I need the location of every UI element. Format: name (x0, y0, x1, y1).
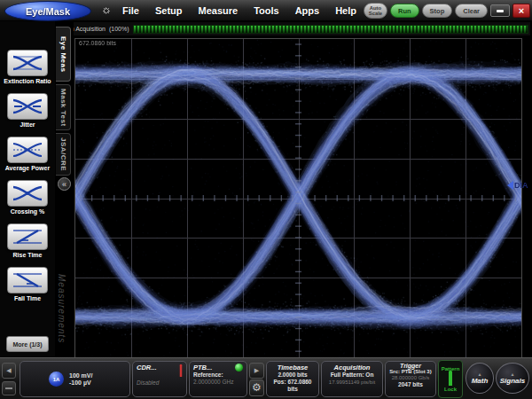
acquisition-title: Acquisition (325, 364, 379, 372)
trigger-panel[interactable]: Trigger Src: PTB (Slot 3) 28.000000 Gb/s… (385, 361, 436, 397)
rise-time-button[interactable] (7, 223, 48, 250)
stop-button[interactable]: Stop (422, 4, 453, 18)
auto-scale-line2: Scale (369, 11, 382, 16)
signals-button[interactable]: ▲ Signals (496, 363, 529, 394)
titlebar: Eye/Mask ☼ File Setup Measure Tools Apps… (0, 0, 532, 21)
acquisition-full-pattern: Full Pattern: On (325, 372, 379, 379)
menu-help[interactable]: Help (335, 5, 356, 16)
channel-offset: -100 µV (69, 379, 92, 387)
measurement-label: Extinction Ratio (3, 78, 52, 85)
minimize-icon (497, 10, 504, 12)
run-button[interactable]: Run (390, 4, 419, 18)
measurement-label: Fall Time (3, 295, 52, 302)
trigger-title: Trigger (389, 363, 432, 369)
dca-application-window: Eye/Mask ☼ File Setup Measure Tools Apps… (0, 0, 532, 399)
trigger-pattern-length: 2047 bits (389, 381, 432, 388)
fall-time-button[interactable] (7, 267, 48, 293)
marker-triangle-icon (507, 181, 513, 190)
eye-mask-logo[interactable]: Eye/Mask (4, 1, 91, 21)
pattern-acquisition-percent: (100%) (109, 26, 129, 32)
crossing-eye-icon (11, 184, 44, 203)
settings-button[interactable]: ⚙ (249, 379, 264, 396)
ptb-status-led (235, 364, 243, 372)
math-label: Math (472, 377, 489, 385)
jitter-button[interactable] (7, 93, 48, 120)
cdr-title: CDR... (137, 364, 157, 372)
cdr-panel[interactable]: CDR... Disabled (132, 361, 187, 397)
rise-time-icon (11, 227, 44, 246)
measurements-watermark: Measurements (57, 274, 66, 343)
timebase-panel[interactable]: Timebase 2.0000 bits Pos: 672.0860 bits (266, 361, 319, 397)
menu-bar: File Setup Measure Tools Apps Help (122, 0, 356, 21)
waveform-display: 672.0860 bits (74, 38, 522, 358)
trigger-source: Src: PTB (Slot 3) (389, 369, 432, 375)
pattern-lock-line2: Lock (444, 387, 457, 392)
average-power-button[interactable] (7, 137, 48, 163)
minimize-button[interactable] (490, 4, 510, 17)
signals-label: Signals (500, 377, 525, 385)
titlebar-buttons: Auto Scale Run Stop Clear × (364, 0, 530, 21)
auto-scale-button[interactable]: Auto Scale (364, 3, 387, 19)
menu-file[interactable]: File (122, 5, 139, 16)
close-button[interactable]: × (512, 4, 530, 18)
ptb-title: PTB... (193, 364, 212, 372)
menu-setup[interactable]: Setup (155, 5, 183, 16)
gear-icon: ⚙ (252, 381, 262, 394)
tab-mask-test[interactable]: Mask Test (56, 84, 71, 130)
pattern-acquisition-row: Pattern Acquisition (100%) (41, 22, 530, 35)
math-button[interactable]: ▲ Math (466, 363, 494, 394)
scroll-right-button[interactable]: ▶ (249, 363, 264, 379)
measurement-sidebar: Extinction Ratio Jitter Average Power Cr… (0, 21, 55, 357)
jitter-eye-icon (11, 97, 44, 116)
handle-icon (5, 387, 12, 389)
pattern-lock-icon (449, 372, 452, 386)
extinction-ratio-eye-icon (11, 53, 44, 73)
timebase-annotation: 672.0860 bits (79, 40, 116, 46)
channel-1a-icon: 1A (49, 372, 64, 387)
channel-panel[interactable]: 1A 100 mV/ -100 µV (20, 361, 130, 397)
timebase-title: Timebase (270, 364, 315, 372)
ptb-reference-label: Reference: (193, 372, 243, 379)
ptb-panel[interactable]: PTB... Reference: 2.0000000 GHz (189, 361, 247, 397)
cdr-lock-icon (180, 365, 183, 378)
brightness-icon[interactable]: ☼ (101, 3, 112, 16)
pattern-lock-button[interactable]: Pattern Lock (438, 360, 463, 398)
marker-label: DIA (514, 181, 528, 190)
menu-measure[interactable]: Measure (199, 5, 239, 16)
collapse-sidebar-button[interactable]: « (58, 177, 71, 191)
left-arrow-icon: ◀ (6, 367, 11, 374)
acquisition-resolution: 17.99951149 pts/bit (325, 379, 379, 386)
extinction-ratio-button[interactable] (7, 50, 48, 76)
cdr-status: Disabled (137, 379, 183, 387)
pattern-acquisition-progressbar (133, 25, 528, 34)
panel-corner-button[interactable] (2, 381, 16, 395)
channel-scale: 100 mV/ (69, 372, 92, 379)
measurement-label: Average Power (3, 165, 52, 172)
fall-time-icon (11, 270, 44, 290)
statusbar: ◀ 1A 100 mV/ -100 µV CDR... Disabled PTB… (0, 357, 532, 399)
timebase-position: Pos: 672.0860 bits (270, 379, 315, 393)
measurement-label: Rise Time (3, 252, 52, 259)
measurement-label: Crossing % (3, 208, 52, 215)
sidebar-tabstrip: Eye Meas Mask Test JSA/CRE « Measurement… (55, 21, 74, 357)
measurement-label: Jitter (3, 121, 52, 129)
tab-eye-meas[interactable]: Eye Meas (56, 27, 71, 82)
acquisition-panel[interactable]: Acquisition Full Pattern: On 17.99951149… (321, 361, 383, 397)
average-power-eye-icon (11, 140, 44, 160)
menu-tools[interactable]: Tools (254, 5, 279, 16)
ptb-reference-value: 2.0000000 GHz (193, 379, 243, 386)
eye-diagram-canvas[interactable] (75, 39, 521, 357)
more-measurements-button[interactable]: More (1/3) (6, 336, 49, 352)
tab-jsa-cre[interactable]: JSA/CRE (56, 133, 71, 176)
channel-marker-dia[interactable]: DIA (507, 181, 528, 190)
trigger-rate: 28.000000 Gb/s (389, 375, 432, 381)
crossing-percent-button[interactable] (7, 180, 48, 207)
right-arrow-icon: ▶ (254, 367, 259, 374)
menu-apps[interactable]: Apps (295, 5, 320, 16)
scroll-left-button[interactable]: ◀ (2, 363, 16, 379)
clear-button[interactable]: Clear (455, 4, 488, 18)
timebase-scale: 2.0000 bits (270, 372, 315, 379)
